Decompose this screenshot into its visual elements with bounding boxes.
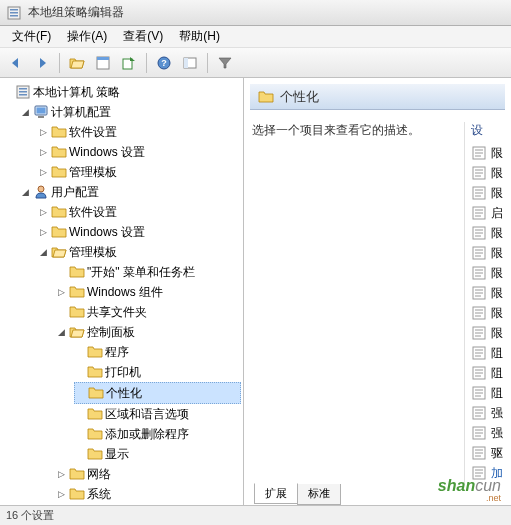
tree-label: Windows 组件	[87, 282, 163, 302]
list-item[interactable]: 限	[471, 303, 503, 323]
tree-programs[interactable]: ▷ 程序	[74, 342, 241, 362]
tree-label: 系统	[87, 484, 111, 504]
tree-cc-windows[interactable]: ▷ Windows 设置	[38, 142, 241, 162]
list-item[interactable]: 限	[471, 183, 503, 203]
expand-icon[interactable]: ▷	[56, 489, 67, 500]
tree-uc-software[interactable]: ▷ 软件设置	[38, 202, 241, 222]
setting-item-icon	[471, 265, 487, 281]
toolbar-forward-button[interactable]	[30, 51, 54, 75]
column-header-setting[interactable]: 设	[471, 122, 503, 139]
list-item[interactable]: 限	[471, 143, 503, 163]
toolbar-show-button[interactable]	[178, 51, 202, 75]
back-arrow-icon	[8, 55, 24, 71]
tree-personalization[interactable]: ▷ 个性化	[74, 382, 241, 404]
list-item[interactable]: 限	[471, 223, 503, 243]
tree-region-language[interactable]: ▷ 区域和语言选项	[74, 404, 241, 424]
tree-label: 本地计算机 策略	[33, 82, 120, 102]
tree-cc-admin[interactable]: ▷ 管理模板	[38, 162, 241, 182]
list-item[interactable]: 限	[471, 243, 503, 263]
toolbar-help-button[interactable]	[152, 51, 176, 75]
list-item[interactable]: 阻	[471, 343, 503, 363]
toolbar-separator	[207, 53, 208, 73]
tree-uc-windows[interactable]: ▷ Windows 设置	[38, 222, 241, 242]
list-item[interactable]: 启	[471, 203, 503, 223]
details-title: 个性化	[280, 88, 319, 106]
forward-arrow-icon	[34, 55, 50, 71]
folder-closed-icon	[87, 446, 103, 462]
tree-computer-config[interactable]: ◢ 计算机配置	[20, 102, 241, 122]
expand-icon[interactable]: ▷	[56, 469, 67, 480]
help-icon	[156, 55, 172, 71]
computer-icon	[33, 104, 49, 120]
details-pane: 个性化 选择一个项目来查看它的描述。 设 限限限启限限限限限限阻阻阻强强驱加 扩…	[244, 78, 511, 505]
tree-label: "开始" 菜单和任务栏	[87, 262, 195, 282]
expand-icon[interactable]: ▷	[38, 167, 49, 178]
tree-user-config[interactable]: ◢ 用户配置	[20, 182, 241, 202]
tree-control-panel[interactable]: ◢ 控制面板	[56, 322, 241, 342]
list-item[interactable]: 阻	[471, 363, 503, 383]
toolbar-up-button[interactable]	[65, 51, 89, 75]
list-item[interactable]: 强	[471, 423, 503, 443]
list-item[interactable]: 限	[471, 323, 503, 343]
collapse-icon[interactable]: ◢	[20, 107, 31, 118]
list-item-label: 限	[491, 225, 503, 242]
policy-root-icon	[15, 84, 31, 100]
tree-root[interactable]: ▶ 本地计算机 策略	[2, 82, 241, 102]
menu-action[interactable]: 操作(A)	[59, 26, 115, 47]
tree-label: 计算机配置	[51, 102, 111, 122]
list-item[interactable]: 驱	[471, 443, 503, 463]
folder-closed-icon	[69, 486, 85, 502]
folder-open-icon	[51, 244, 67, 260]
setting-item-icon	[471, 165, 487, 181]
expand-icon[interactable]: ▷	[38, 207, 49, 218]
list-item[interactable]: 加	[471, 463, 503, 483]
tree-system[interactable]: ▷ 系统	[56, 484, 241, 504]
menu-view[interactable]: 查看(V)	[115, 26, 171, 47]
toolbar-filter-button[interactable]	[213, 51, 237, 75]
tree-start-taskbar[interactable]: ▷ "开始" 菜单和任务栏	[56, 262, 241, 282]
tree-uc-admin[interactable]: ◢ 管理模板	[38, 242, 241, 262]
folder-closed-icon	[51, 164, 67, 180]
collapse-icon[interactable]: ◢	[38, 247, 49, 258]
tree-win-components[interactable]: ▷ Windows 组件	[56, 282, 241, 302]
list-item[interactable]: 阻	[471, 383, 503, 403]
setting-item-icon	[471, 145, 487, 161]
tree-network[interactable]: ▷ 网络	[56, 464, 241, 484]
tab-extended[interactable]: 扩展	[254, 483, 298, 504]
expand-icon[interactable]: ▷	[56, 287, 67, 298]
expand-icon[interactable]: ▷	[38, 147, 49, 158]
list-item-label: 限	[491, 245, 503, 262]
export-icon	[121, 55, 137, 71]
tree-pane[interactable]: ▶ 本地计算机 策略 ◢ 计算机配置 ▷	[0, 78, 244, 505]
toolbar-properties-button[interactable]	[91, 51, 115, 75]
toolbar-back-button[interactable]	[4, 51, 28, 75]
menu-file[interactable]: 文件(F)	[4, 26, 59, 47]
tree-shared-folders[interactable]: ▷ 共享文件夹	[56, 302, 241, 322]
expand-icon[interactable]: ▷	[38, 127, 49, 138]
settings-list[interactable]: 设 限限限启限限限限限限阻阻阻强强驱加	[464, 122, 503, 483]
list-item[interactable]: 限	[471, 163, 503, 183]
list-item-label: 强	[491, 425, 503, 442]
menu-help[interactable]: 帮助(H)	[171, 26, 228, 47]
tree-display[interactable]: ▷ 显示	[74, 444, 241, 464]
list-item[interactable]: 限	[471, 283, 503, 303]
list-item-label: 强	[491, 405, 503, 422]
setting-item-icon	[471, 305, 487, 321]
tree-cc-software[interactable]: ▷ 软件设置	[38, 122, 241, 142]
folder-closed-icon	[87, 364, 103, 380]
toolbar-export-button[interactable]	[117, 51, 141, 75]
list-item[interactable]: 限	[471, 263, 503, 283]
collapse-icon[interactable]: ◢	[56, 327, 67, 338]
folder-open-icon	[69, 324, 85, 340]
tree-printers[interactable]: ▷ 打印机	[74, 362, 241, 382]
show-pane-icon	[182, 55, 198, 71]
tree-add-remove[interactable]: ▷ 添加或删除程序	[74, 424, 241, 444]
folder-closed-icon	[69, 466, 85, 482]
expand-icon[interactable]: ▷	[38, 227, 49, 238]
properties-icon	[95, 55, 111, 71]
folder-closed-icon	[69, 284, 85, 300]
collapse-icon[interactable]: ◢	[20, 187, 31, 198]
list-item[interactable]: 强	[471, 403, 503, 423]
tab-standard[interactable]: 标准	[297, 484, 341, 505]
tree-label: 程序	[105, 342, 129, 362]
